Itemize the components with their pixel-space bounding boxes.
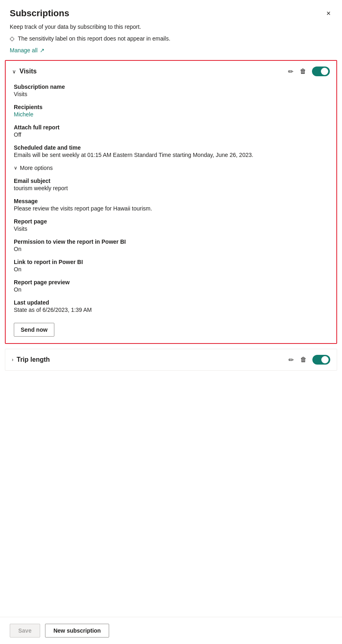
trip-length-toggle[interactable]: [312, 355, 330, 365]
report-preview-label: Report page preview: [14, 279, 328, 286]
email-subject-field: Email subject tourism weekly report: [14, 178, 328, 191]
trip-length-delete-button[interactable]: 🗑: [299, 355, 308, 364]
last-updated-label: Last updated: [14, 299, 328, 306]
email-subject-label: Email subject: [14, 178, 328, 184]
message-value: Please review the visits report page for…: [14, 205, 328, 212]
visits-title: Visits: [19, 68, 37, 75]
visits-toggle-thumb: [321, 68, 328, 75]
link-field: Link to report in Power BI On: [14, 259, 328, 273]
trip-length-header: › Trip length ✏ 🗑: [5, 349, 337, 370]
scheduled-value: Emails will be sent weekly at 01:15 AM E…: [14, 152, 328, 158]
link-label: Link to report in Power BI: [14, 259, 328, 265]
sensitivity-icon: ◇: [10, 35, 15, 42]
manage-all-label: Manage all: [10, 47, 38, 54]
trip-length-header-left: › Trip length: [12, 356, 50, 363]
visits-header-left: ∨ Visits: [12, 68, 37, 75]
report-preview-value: On: [14, 286, 328, 293]
trip-length-title: Trip length: [17, 356, 50, 363]
recipients-field: Recipients Michele: [14, 104, 328, 118]
subscription-name-label: Subscription name: [14, 84, 328, 90]
panel-subtitle: Keep track of your data by subscribing t…: [0, 22, 342, 33]
spacer: [0, 376, 342, 617]
new-subscription-button[interactable]: New subscription: [45, 624, 110, 638]
permission-field: Permission to view the report in Power B…: [14, 238, 328, 252]
attach-full-report-label: Attach full report: [14, 124, 328, 131]
panel-title: Subscriptions: [10, 8, 69, 19]
panel-footer: Save New subscription: [0, 617, 342, 644]
more-options-label: More options: [20, 165, 53, 171]
save-button: Save: [10, 624, 40, 638]
visits-subscription-card: ∨ Visits ✏ 🗑 Subscription name: [5, 60, 337, 344]
trip-length-toggle-track[interactable]: [312, 355, 330, 365]
sensitivity-row: ◇ The sensitivity label on this report d…: [0, 33, 342, 45]
last-updated-field: Last updated State as of 6/26/2023, 1:39…: [14, 299, 328, 313]
report-page-value: Visits: [14, 225, 328, 232]
visits-body: Subscription name Visits Recipients Mich…: [6, 82, 336, 343]
visits-header: ∨ Visits ✏ 🗑: [6, 61, 336, 82]
message-field: Message Please review the visits report …: [14, 198, 328, 212]
message-label: Message: [14, 198, 328, 204]
link-value: On: [14, 266, 328, 273]
last-updated-value: State as of 6/26/2023, 1:39 AM: [14, 307, 328, 313]
manage-all-link[interactable]: Manage all ↗: [10, 47, 45, 54]
trip-length-chevron-icon[interactable]: ›: [12, 357, 13, 363]
trip-length-delete-icon: 🗑: [300, 356, 307, 363]
more-options-row[interactable]: ∨ More options: [14, 165, 328, 171]
report-page-field: Report page Visits: [14, 218, 328, 232]
attach-full-report-field: Attach full report Off: [14, 124, 328, 138]
trip-length-edit-icon: ✏: [288, 356, 294, 364]
trip-length-toggle-thumb: [321, 356, 329, 363]
visits-delete-button[interactable]: 🗑: [299, 67, 307, 76]
more-options-chevron-icon: ∨: [14, 165, 17, 171]
visits-header-right: ✏ 🗑: [287, 67, 330, 76]
scheduled-label: Scheduled date and time: [14, 144, 328, 151]
sensitivity-text: The sensitivity label on this report doe…: [18, 35, 170, 42]
manage-all-row: Manage all ↗: [0, 45, 342, 60]
recipients-label: Recipients: [14, 104, 328, 110]
subscription-name-field: Subscription name Visits: [14, 84, 328, 97]
report-page-label: Report page: [14, 218, 328, 225]
panel-header: Subscriptions ×: [0, 0, 342, 22]
delete-icon: 🗑: [300, 68, 306, 75]
edit-icon: ✏: [288, 68, 293, 75]
trip-length-header-right: ✏ 🗑: [288, 355, 330, 365]
trip-length-subscription-card: › Trip length ✏ 🗑: [5, 349, 337, 371]
permission-label: Permission to view the report in Power B…: [14, 238, 328, 245]
close-button[interactable]: ×: [325, 8, 332, 19]
subscriptions-panel: Subscriptions × Keep track of your data …: [0, 0, 342, 644]
recipients-value[interactable]: Michele: [14, 111, 33, 118]
permission-value: On: [14, 246, 328, 252]
send-now-button[interactable]: Send now: [14, 323, 54, 337]
scheduled-field: Scheduled date and time Emails will be s…: [14, 144, 328, 158]
visits-edit-button[interactable]: ✏: [287, 67, 294, 76]
report-preview-field: Report page preview On: [14, 279, 328, 293]
email-subject-value: tourism weekly report: [14, 185, 328, 191]
subscription-name-value: Visits: [14, 91, 328, 97]
visits-toggle[interactable]: [312, 67, 330, 76]
trip-length-edit-button[interactable]: ✏: [288, 355, 295, 365]
visits-chevron-icon[interactable]: ∨: [12, 69, 16, 75]
external-link-icon: ↗: [40, 47, 45, 54]
visits-toggle-track[interactable]: [312, 67, 330, 76]
attach-full-report-value: Off: [14, 131, 328, 138]
